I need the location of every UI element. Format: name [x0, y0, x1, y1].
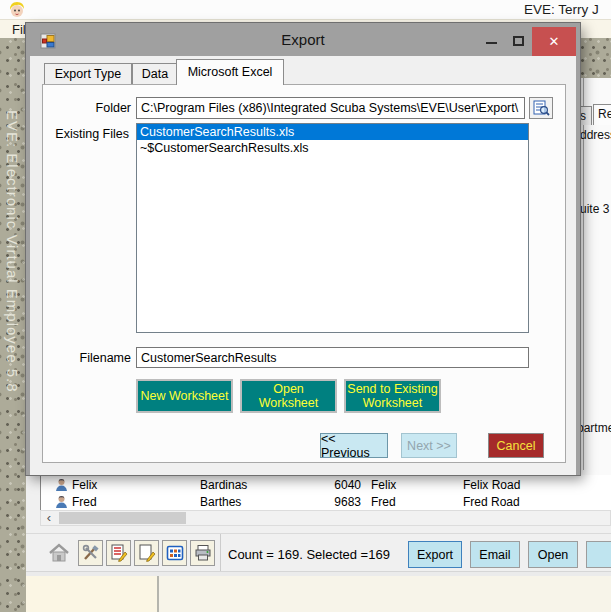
dialog-client-area: Export Type Data Microsoft Excel Folder	[30, 56, 576, 475]
cell-number: 6040	[311, 478, 361, 492]
cell-name: Fred	[371, 495, 396, 509]
new-worksheet-button[interactable]: New Worksheet	[136, 379, 233, 413]
cell-name: Felix	[371, 478, 396, 492]
bottom-toolbar: Count = 169. Selected =169 Export Email …	[26, 533, 611, 573]
close-button[interactable]: ✕	[532, 27, 576, 56]
cell-first-name: Fred	[72, 495, 97, 509]
cell-first-name: Felix	[72, 478, 97, 492]
folder-label: Folder	[71, 101, 131, 115]
grid-icon	[166, 544, 184, 562]
cell-number: 9683	[311, 495, 361, 509]
minimize-button[interactable]	[478, 27, 505, 56]
partial-previous-button[interactable]: <<	[586, 541, 611, 568]
email-button[interactable]: Email	[470, 541, 520, 568]
filename-input[interactable]	[136, 347, 529, 368]
toolbar-separator	[220, 534, 221, 574]
existing-files-label: Existing Files	[43, 127, 129, 141]
edit-report-button[interactable]	[106, 540, 131, 566]
cell-street: Fred Road	[463, 495, 520, 509]
edit-report-icon	[110, 544, 128, 562]
status-count-text: Count = 169. Selected =169	[228, 547, 390, 562]
window-controls: ✕	[478, 27, 576, 56]
dialog-titlebar[interactable]: Export ✕	[30, 27, 576, 56]
tools-button[interactable]	[78, 540, 103, 566]
list-item-selected[interactable]: CustomerSearchResults.xls	[137, 124, 528, 140]
background-address-fragment: ddress	[580, 128, 611, 142]
cancel-button[interactable]: Cancel	[488, 433, 544, 458]
screen: EVE: Terry J Fil EVE: Electronic Virtual…	[0, 0, 611, 612]
send-to-existing-worksheet-button[interactable]: Send to Existing Worksheet	[344, 379, 441, 413]
export-button[interactable]: Export	[408, 541, 462, 568]
top-right-texture	[575, 38, 611, 78]
bottom-cream-strip	[26, 576, 611, 612]
horizontal-scrollbar[interactable]: ‹	[40, 510, 611, 526]
folder-input[interactable]	[136, 97, 525, 119]
background-apartment-fragment: partme	[577, 421, 611, 435]
previous-button[interactable]: << Previous	[320, 433, 388, 458]
grid-view-button[interactable]	[162, 540, 187, 566]
menu-item-file[interactable]: Fil	[12, 22, 26, 37]
app-top-strip: EVE: Terry J	[0, 0, 611, 19]
edit-document-button[interactable]	[134, 540, 159, 566]
person-icon	[55, 478, 68, 491]
scroll-left-icon[interactable]: ‹	[41, 511, 57, 525]
tools-icon	[82, 544, 100, 562]
cell-street: Felix Road	[463, 478, 520, 492]
left-texture-band: EVE: Electronic Virtual Employee 5.8	[0, 38, 27, 612]
side-banner-text: EVE: Electronic Virtual Employee 5.8	[4, 110, 21, 550]
table-row[interactable]: Felix Bardinas 6040 Felix Felix Road	[41, 476, 611, 493]
user-avatar-icon	[8, 1, 26, 19]
printer-icon	[194, 544, 212, 562]
background-tab-fragment[interactable]: Re	[593, 104, 611, 125]
browse-folder-icon	[533, 100, 550, 116]
cell-last-name: Bardinas	[200, 478, 247, 492]
bottom-divider	[157, 576, 159, 612]
tab-page-microsoft-excel: Folder Existing Files CustomerSearchResu…	[42, 84, 566, 463]
tab-data[interactable]: Data	[132, 63, 178, 85]
cell-last-name: Barthes	[200, 495, 241, 509]
open-button[interactable]: Open	[528, 541, 578, 568]
app-title: EVE: Terry J	[524, 2, 599, 17]
home-icon[interactable]	[46, 540, 72, 566]
maximize-button[interactable]	[505, 27, 532, 56]
list-item[interactable]: ~$CustomerSearchResults.xls	[137, 140, 528, 156]
background-lower-area: Felix Bardinas 6040 Felix Felix Road Fre…	[26, 475, 611, 612]
person-icon	[55, 495, 68, 508]
existing-files-listbox[interactable]: CustomerSearchResults.xls ~$CustomerSear…	[136, 123, 529, 333]
customer-list: Felix Bardinas 6040 Felix Felix Road Fre…	[40, 475, 611, 510]
tab-export-type[interactable]: Export Type	[44, 63, 132, 85]
edit-document-icon	[138, 544, 156, 562]
open-worksheet-button[interactable]: Open Worksheet	[240, 379, 337, 413]
tab-microsoft-excel[interactable]: Microsoft Excel	[176, 59, 284, 85]
filename-label: Filename	[71, 351, 131, 365]
background-suite-fragment: uite 3	[580, 202, 609, 216]
table-row[interactable]: Fred Barthes 9683 Fred Fred Road	[41, 493, 611, 510]
bottom-cream-right	[159, 576, 611, 612]
scrollbar-thumb[interactable]	[59, 512, 186, 524]
background-tab-fragment[interactable]: s	[578, 106, 592, 125]
next-button-disabled[interactable]: Next >>	[401, 433, 457, 458]
close-icon: ✕	[549, 34, 560, 49]
browse-folder-button[interactable]	[529, 97, 553, 119]
export-dialog: Export ✕ Export Type Data Microsoft Exce…	[26, 23, 580, 475]
print-button[interactable]	[190, 540, 215, 566]
